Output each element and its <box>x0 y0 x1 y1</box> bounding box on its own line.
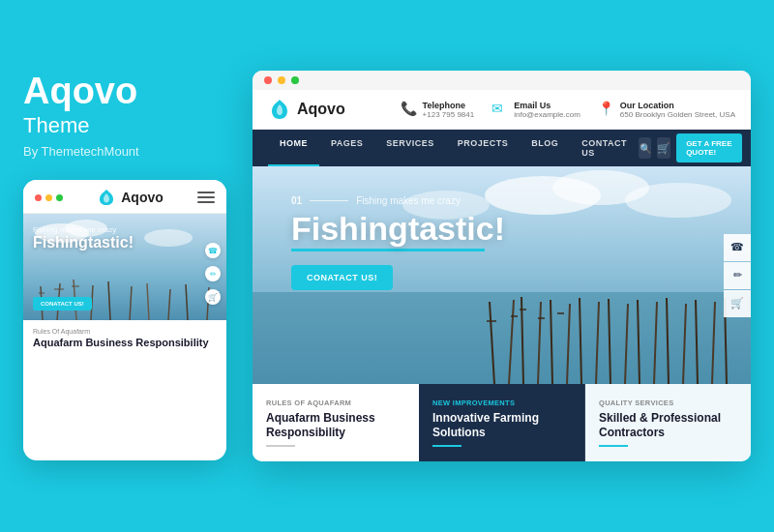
service-card-border-farming <box>432 445 461 447</box>
hero-side-icons: ☎ ✏ 🛒 <box>724 234 751 317</box>
brand-subtitle: Theme <box>23 113 226 138</box>
email-icon: ✉ <box>491 101 509 118</box>
hero-title-underline <box>291 249 485 251</box>
desktop-dot-yellow <box>278 76 285 84</box>
contact-telephone-text: Telephone +123 795 9841 <box>423 101 475 119</box>
service-title-farming: Innovative Farming Solutions <box>432 411 571 440</box>
nav-actions: 🔍 🛒 GET A FREE QUOTE! <box>639 133 742 163</box>
mobile-service-label: Rules Of Aquafarm <box>33 328 217 335</box>
desktop-logo: Aqovo <box>268 98 345 121</box>
desktop-dot-red <box>264 76 272 84</box>
desktop-dot-green <box>291 76 299 84</box>
mobile-hero: Fishing makes me crazy Fishingtastic! CO… <box>23 214 226 320</box>
location-value: 650 Brooklyn Golden Street, USA <box>620 110 735 119</box>
mobile-hamburger[interactable] <box>197 192 215 203</box>
mobile-phone-icon[interactable]: ☎ <box>205 243 221 258</box>
service-label-aquafarm: Rules Of Aquafarm <box>266 399 404 407</box>
nav-pages[interactable]: PAGES <box>319 130 374 166</box>
desktop-contact-info: 📞 Telephone +123 795 9841 ✉ Email Us inf… <box>401 101 735 119</box>
brand-block: Aqovo Theme By ThemetechMount <box>23 72 226 160</box>
nav-services[interactable]: SERVICES <box>374 130 445 166</box>
brand-by: By ThemetechMount <box>23 144 226 159</box>
nav-cart-button[interactable]: 🛒 <box>657 137 670 159</box>
left-panel: Aqovo Theme By ThemetechMount Aqovo <box>23 72 226 461</box>
hero-number: 01 <box>291 195 302 206</box>
telephone-label: Telephone <box>423 101 475 110</box>
svg-rect-22 <box>253 292 751 384</box>
mobile-mockup: Aqovo <box>23 180 226 460</box>
nav-projects[interactable]: PROJECTS <box>446 130 521 166</box>
nav-quote-button[interactable]: GET A FREE QUOTE! <box>676 133 742 163</box>
nav-home[interactable]: HOME <box>268 130 319 166</box>
contact-location: 📍 Our Location 650 Brooklyn Golden Stree… <box>598 101 735 119</box>
mobile-dot-red <box>35 194 42 201</box>
service-card-farming: New Improvements Innovative Farming Solu… <box>419 384 585 461</box>
hamburger-line <box>197 201 215 203</box>
nav-search-button[interactable]: 🔍 <box>639 137 651 159</box>
contact-telephone: 📞 Telephone +123 795 9841 <box>401 101 475 119</box>
nav-blog[interactable]: BLOG <box>520 130 570 166</box>
desktop-window-bar <box>253 71 751 90</box>
desktop-hero: 01 Fishing makes me crazy Fishingtastic!… <box>253 166 751 384</box>
mobile-hero-title: Fishingtastic! <box>33 234 134 251</box>
hero-sub-line: 01 Fishing makes me crazy <box>291 195 505 206</box>
desktop-header: Aqovo 📞 Telephone +123 795 9841 ✉ Email … <box>253 90 751 130</box>
service-label-contractors: Quality Services <box>599 399 737 407</box>
telephone-icon: 📞 <box>401 101 418 118</box>
desktop-mockup: Aqovo 📞 Telephone +123 795 9841 ✉ Email … <box>253 71 751 461</box>
service-card-contractors: Quality Services Skilled & Professional … <box>585 384 751 461</box>
service-card-border-aquafarm <box>266 445 295 447</box>
svg-point-20 <box>625 183 731 218</box>
email-value: info@example.com <box>514 110 580 119</box>
service-cards: Rules Of Aquafarm Aquafarm Business Resp… <box>253 384 751 461</box>
contact-email: ✉ Email Us info@example.com <box>491 101 580 119</box>
hero-side-phone-icon[interactable]: ☎ <box>724 234 751 261</box>
contact-location-text: Our Location 650 Brooklyn Golden Street,… <box>620 101 735 119</box>
mobile-dot-yellow <box>45 194 52 201</box>
hero-side-edit-icon[interactable]: ✏ <box>724 262 751 289</box>
service-card-aquafarm: Rules Of Aquafarm Aquafarm Business Resp… <box>253 384 419 461</box>
mobile-side-icons: ☎ ✏ 🛒 <box>205 243 221 305</box>
hero-main-title: Fishingtastic! <box>291 212 505 245</box>
hero-text-overlay: 01 Fishing makes me crazy Fishingtastic!… <box>291 195 505 290</box>
hero-cta-button[interactable]: CONATACT US! <box>291 265 393 290</box>
mobile-edit-icon[interactable]: ✏ <box>205 266 221 281</box>
contact-email-text: Email Us info@example.com <box>514 101 580 119</box>
hamburger-line <box>197 192 215 193</box>
hero-divider <box>310 200 348 201</box>
desktop-nav: HOME PAGES SERVICES PROJECTS BLOG CONTAC… <box>253 130 751 166</box>
mobile-dot-green <box>56 194 63 201</box>
mobile-cart-icon[interactable]: 🛒 <box>205 289 221 305</box>
service-card-border-contractors <box>599 445 628 447</box>
hero-side-cart-icon[interactable]: 🛒 <box>724 290 751 317</box>
mobile-hero-text: Fishing makes me crazy Fishingtastic! <box>33 225 217 251</box>
mobile-logo: Aqovo <box>97 188 164 207</box>
desktop-logo-icon <box>268 98 291 121</box>
nav-links: HOME PAGES SERVICES PROJECTS BLOG CONTAC… <box>268 130 639 166</box>
service-title-aquafarm: Aquafarm Business Responsibility <box>266 411 404 440</box>
service-title-contractors: Skilled & Professional Contractors <box>599 411 737 440</box>
service-label-farming: New Improvements <box>432 399 571 407</box>
nav-contact[interactable]: CONTACT US <box>570 130 639 166</box>
hamburger-line <box>197 196 215 198</box>
mobile-cta-button[interactable]: CONATACT US! <box>33 297 92 310</box>
mobile-logo-text: Aqovo <box>121 190 164 205</box>
mobile-logo-icon <box>97 188 116 207</box>
brand-name: Aqovo <box>23 71 137 111</box>
desktop-logo-text: Aqovo <box>297 101 345 118</box>
mobile-top-bar: Aqovo <box>23 180 226 214</box>
telephone-value: +123 795 9841 <box>423 110 475 119</box>
location-label: Our Location <box>620 101 735 110</box>
mobile-service-cards: Rules Of Aquafarm Aquafarm Business Resp… <box>23 320 226 356</box>
location-icon: 📍 <box>598 101 615 118</box>
mobile-service-title: Aquafarm Business Responsibility <box>33 337 217 348</box>
hero-tagline: Fishing makes me crazy <box>356 195 461 206</box>
mobile-window-dots <box>35 194 63 201</box>
email-label: Email Us <box>514 101 580 110</box>
